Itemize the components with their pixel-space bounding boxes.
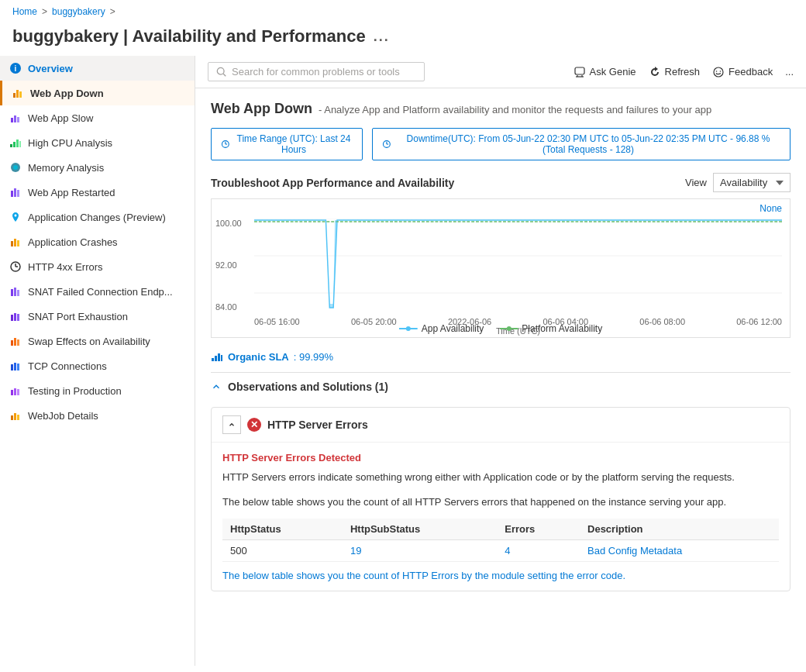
bar-purple-icon bbox=[9, 112, 22, 124]
chart-svg bbox=[254, 219, 782, 312]
ask-genie-btn[interactable]: Ask Genie bbox=[574, 66, 636, 78]
sidebar-item-webjob[interactable]: WebJob Details bbox=[0, 403, 195, 428]
sidebar-label-testing: Testing in Production bbox=[28, 385, 122, 397]
sidebar-label-memory: Memory Analysis bbox=[28, 162, 104, 174]
feedback-btn[interactable]: Feedback bbox=[712, 66, 773, 78]
sidebar-item-app-changes[interactable]: Application Changes (Preview) bbox=[0, 205, 195, 229]
svg-rect-25 bbox=[17, 290, 19, 296]
sidebar-item-app-crashes[interactable]: Application Crashes bbox=[0, 229, 195, 254]
legend-platform-label: Platform Availability bbox=[522, 323, 602, 334]
content-area: Search for common problems or tools Ask … bbox=[195, 56, 806, 666]
collapse-btn[interactable] bbox=[222, 415, 241, 434]
svg-rect-36 bbox=[14, 388, 16, 395]
svg-point-60 bbox=[406, 326, 411, 331]
breadcrumb-app[interactable]: buggybakery bbox=[52, 6, 105, 17]
breadcrumb-home[interactable]: Home bbox=[12, 6, 37, 17]
main-layout: i Overview Web App Down Web App Slow bbox=[0, 56, 806, 666]
time-range-btn[interactable]: Time Range (UTC): Last 24 Hours bbox=[211, 128, 363, 160]
svg-point-49 bbox=[720, 71, 722, 72]
svg-rect-31 bbox=[17, 339, 19, 346]
refresh-btn[interactable]: Refresh bbox=[649, 66, 701, 78]
sidebar-item-tcp[interactable]: TCP Connections bbox=[0, 353, 195, 378]
legend-app-availability: App Availability bbox=[399, 323, 484, 334]
tcp-icon bbox=[9, 360, 22, 372]
svg-rect-35 bbox=[11, 390, 13, 395]
error-table: HttpStatus HttpSubStatus Errors Descript… bbox=[222, 519, 779, 562]
crashes-icon bbox=[9, 236, 22, 248]
sidebar-label-web-app-slow: Web App Slow bbox=[28, 112, 93, 124]
cell-errors[interactable]: 4 bbox=[497, 540, 580, 562]
toolbar-actions: Ask Genie Refresh Feedback bbox=[574, 66, 794, 78]
none-link[interactable]: None bbox=[760, 203, 782, 214]
breadcrumb-sep2: > bbox=[110, 6, 115, 17]
col-description: Description bbox=[580, 519, 779, 540]
feedback-icon bbox=[712, 66, 725, 78]
breadcrumb: Home > buggybakery > bbox=[0, 0, 806, 23]
downtime-btn[interactable]: Downtime(UTC): From 05-Jun-22 02:30 PM U… bbox=[372, 128, 790, 160]
cell-sub-status[interactable]: 19 bbox=[343, 540, 497, 562]
refresh-icon bbox=[649, 66, 661, 78]
sidebar-item-snat-failed[interactable]: SNAT Failed Connection Endp... bbox=[0, 279, 195, 304]
chart-header: Troubleshoot App Performance and Availab… bbox=[211, 173, 790, 192]
sidebar-item-web-app-slow[interactable]: Web App Slow bbox=[0, 105, 195, 130]
svg-rect-14 bbox=[11, 191, 13, 197]
sla-chart-icon bbox=[211, 350, 223, 363]
svg-point-62 bbox=[506, 326, 511, 331]
testing-icon bbox=[9, 384, 22, 397]
legend-platform-availability: Platform Availability bbox=[499, 323, 602, 334]
sidebar-label-app-crashes: Application Crashes bbox=[28, 236, 118, 248]
legend-app-label: App Availability bbox=[422, 323, 484, 334]
sidebar-item-swap-effects[interactable]: Swap Effects on Availability bbox=[0, 329, 195, 353]
more-label: ... bbox=[785, 66, 794, 78]
location-icon bbox=[9, 211, 22, 223]
ask-genie-label: Ask Genie bbox=[590, 66, 636, 78]
sidebar-item-high-cpu[interactable]: High CPU Analysis bbox=[0, 130, 195, 155]
svg-rect-28 bbox=[17, 314, 19, 321]
section-subtitle: - Analyze App and Platform availability … bbox=[319, 104, 711, 115]
webjob-icon bbox=[9, 409, 22, 422]
sidebar: i Overview Web App Down Web App Slow bbox=[0, 56, 195, 666]
table-header-row: HttpStatus HttpSubStatus Errors Descript… bbox=[222, 519, 779, 540]
downtime-label: Downtime(UTC): From 05-Jun-22 02:30 PM U… bbox=[396, 133, 780, 155]
sidebar-item-overview[interactable]: i Overview bbox=[0, 56, 195, 81]
svg-rect-63 bbox=[212, 358, 214, 361]
error-body: HTTP Server Errors Detected HTTP Servers… bbox=[212, 443, 790, 591]
svg-rect-29 bbox=[11, 340, 13, 346]
cell-status: 500 bbox=[222, 540, 343, 562]
toolbar: Search for common problems or tools Ask … bbox=[195, 56, 806, 88]
sidebar-item-memory[interactable]: Memory Analysis bbox=[0, 155, 195, 180]
sidebar-item-web-app-down[interactable]: Web App Down bbox=[0, 81, 195, 105]
more-btn[interactable]: ... bbox=[785, 66, 794, 78]
cell-description[interactable]: Bad Config Metadata bbox=[580, 540, 779, 562]
svg-point-48 bbox=[716, 71, 718, 72]
view-select[interactable]: Availability bbox=[713, 173, 790, 192]
sidebar-item-http-errors[interactable]: HTTP 4xx Errors bbox=[0, 254, 195, 279]
section-title: Web App Down bbox=[211, 101, 312, 117]
search-box[interactable]: Search for common problems or tools bbox=[208, 62, 425, 81]
svg-rect-32 bbox=[11, 364, 13, 370]
svg-rect-40 bbox=[17, 415, 19, 420]
view-dropdown: View Availability bbox=[685, 173, 790, 192]
sidebar-item-testing[interactable]: Testing in Production bbox=[0, 378, 195, 403]
sidebar-item-snat-port[interactable]: SNAT Port Exhaustion bbox=[0, 304, 195, 329]
svg-rect-17 bbox=[11, 241, 13, 246]
legend-app-icon bbox=[399, 326, 418, 332]
chart-y-labels: 100.00 92.00 84.00 bbox=[215, 219, 242, 312]
error-desc2: The below table shows you the count of a… bbox=[222, 495, 779, 510]
observations-header[interactable]: Observations and Solutions (1) bbox=[211, 372, 790, 401]
svg-point-13 bbox=[13, 165, 18, 170]
sla-value: : 99.99% bbox=[294, 351, 333, 363]
sidebar-label-snat-port: SNAT Port Exhaustion bbox=[28, 311, 128, 322]
sidebar-item-web-app-restarted[interactable]: Web App Restarted bbox=[0, 180, 195, 205]
search-icon bbox=[216, 67, 227, 78]
sidebar-label-http-errors: HTTP 4xx Errors bbox=[28, 261, 103, 273]
sidebar-label-web-app-restarted: Web App Restarted bbox=[28, 187, 115, 198]
page-title-dots[interactable]: ... bbox=[374, 29, 390, 45]
chart-title: Troubleshoot App Performance and Availab… bbox=[211, 177, 454, 189]
error-card-header: ✕ HTTP Server Errors bbox=[212, 408, 790, 443]
restart-icon bbox=[9, 186, 22, 198]
svg-rect-5 bbox=[11, 118, 13, 122]
app-availability-line bbox=[254, 220, 782, 308]
sidebar-label-app-changes: Application Changes (Preview) bbox=[28, 212, 166, 223]
bottom-note: The below table shows you the count of H… bbox=[222, 570, 779, 581]
